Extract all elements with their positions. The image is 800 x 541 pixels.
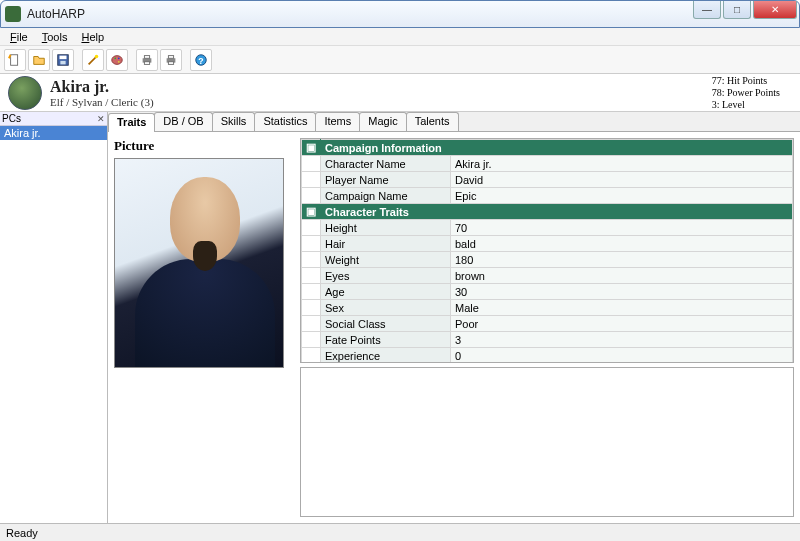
row-value[interactable]: brown (451, 268, 793, 284)
row-value[interactable]: 180 (451, 252, 793, 268)
status-bar: Ready (0, 523, 800, 541)
collapse-icon[interactable]: ▣ (302, 204, 321, 220)
sidebar-close-icon[interactable]: ✕ (97, 114, 105, 124)
menubar: File Tools Help (0, 28, 800, 46)
svg-point-7 (114, 57, 116, 59)
notes-area[interactable] (300, 367, 794, 517)
row-label: Campaign Name (321, 188, 451, 204)
svg-rect-2 (60, 55, 67, 59)
svg-rect-11 (144, 55, 149, 58)
row-label: Eyes (321, 268, 451, 284)
tab-traits[interactable]: Traits (108, 113, 155, 132)
tab-strip: Traits DB / OB Skills Statistics Items M… (108, 112, 800, 132)
svg-rect-14 (168, 55, 173, 58)
game-logo-icon (8, 76, 42, 110)
svg-point-8 (118, 57, 120, 59)
header-stats: 77: Hit Points 78: Power Points 3: Level (712, 75, 792, 111)
close-button[interactable]: ✕ (753, 1, 797, 19)
menu-tools[interactable]: Tools (36, 30, 74, 44)
row-label: Social Class (321, 316, 451, 332)
row-label: Player Name (321, 172, 451, 188)
stat-pp: 78: Power Points (712, 87, 780, 99)
toolbar: ? (0, 46, 800, 74)
stat-level: 3: Level (712, 99, 780, 111)
tab-db-ob[interactable]: DB / OB (154, 112, 212, 131)
row-label: Sex (321, 300, 451, 316)
row-label: Character Name (321, 156, 451, 172)
maximize-button[interactable]: □ (723, 1, 751, 19)
svg-point-6 (112, 55, 123, 64)
minimize-button[interactable]: — (693, 1, 721, 19)
character-name: Akira jr. (50, 78, 154, 96)
pc-sidebar: PCs ✕ Akira jr. (0, 112, 108, 523)
open-button[interactable] (28, 49, 50, 71)
sidebar-header: PCs ✕ (0, 112, 107, 126)
section-traits[interactable]: Character Traits (321, 204, 793, 220)
svg-rect-3 (60, 60, 65, 64)
row-label: Height (321, 220, 451, 236)
help-button[interactable]: ? (190, 49, 212, 71)
menu-help[interactable]: Help (75, 30, 110, 44)
svg-rect-15 (168, 61, 173, 64)
tab-statistics[interactable]: Statistics (254, 112, 316, 131)
status-text: Ready (6, 527, 38, 539)
svg-rect-0 (11, 54, 18, 65)
tab-talents[interactable]: Talents (406, 112, 459, 131)
print-preview-button[interactable] (160, 49, 182, 71)
collapse-icon[interactable]: ▣ (302, 140, 321, 156)
character-subtitle: Elf / Sylvan / Cleric (3) (50, 96, 154, 108)
traits-grid[interactable]: ▣Campaign Information Character NameAkir… (300, 138, 794, 363)
row-label: Experience (321, 348, 451, 364)
svg-rect-12 (144, 61, 149, 64)
tab-skills[interactable]: Skills (212, 112, 256, 131)
stat-hp: 77: Hit Points (712, 75, 780, 87)
row-value[interactable]: Male (451, 300, 793, 316)
wand-button[interactable] (82, 49, 104, 71)
save-button[interactable] (52, 49, 74, 71)
row-value[interactable]: 70 (451, 220, 793, 236)
tab-items[interactable]: Items (315, 112, 360, 131)
svg-text:?: ? (198, 55, 203, 65)
row-label: Weight (321, 252, 451, 268)
window-title: AutoHARP (27, 7, 85, 21)
row-value[interactable]: Epic (451, 188, 793, 204)
sidebar-title: PCs (2, 113, 21, 124)
character-header: Akira jr. Elf / Sylvan / Cleric (3) 77: … (0, 74, 800, 112)
row-value[interactable]: bald (451, 236, 793, 252)
palette-button[interactable] (106, 49, 128, 71)
row-value[interactable]: 30 (451, 284, 793, 300)
row-value[interactable]: 0 (451, 348, 793, 364)
character-portrait[interactable] (114, 158, 284, 368)
row-value[interactable]: Akira jr. (451, 156, 793, 172)
pc-list-item[interactable]: Akira jr. (0, 126, 107, 140)
new-button[interactable] (4, 49, 26, 71)
row-value[interactable]: 3 (451, 332, 793, 348)
row-value[interactable]: Poor (451, 316, 793, 332)
svg-point-9 (118, 60, 120, 62)
window-titlebar: AutoHARP — □ ✕ (0, 0, 800, 28)
picture-label: Picture (114, 138, 294, 154)
app-icon (5, 6, 21, 22)
print-button[interactable] (136, 49, 158, 71)
menu-file[interactable]: File (4, 30, 34, 44)
row-value[interactable]: David (451, 172, 793, 188)
row-label: Fate Points (321, 332, 451, 348)
svg-point-5 (95, 54, 99, 58)
row-label: Hair (321, 236, 451, 252)
tab-magic[interactable]: Magic (359, 112, 406, 131)
row-label: Age (321, 284, 451, 300)
section-campaign[interactable]: Campaign Information (321, 140, 793, 156)
